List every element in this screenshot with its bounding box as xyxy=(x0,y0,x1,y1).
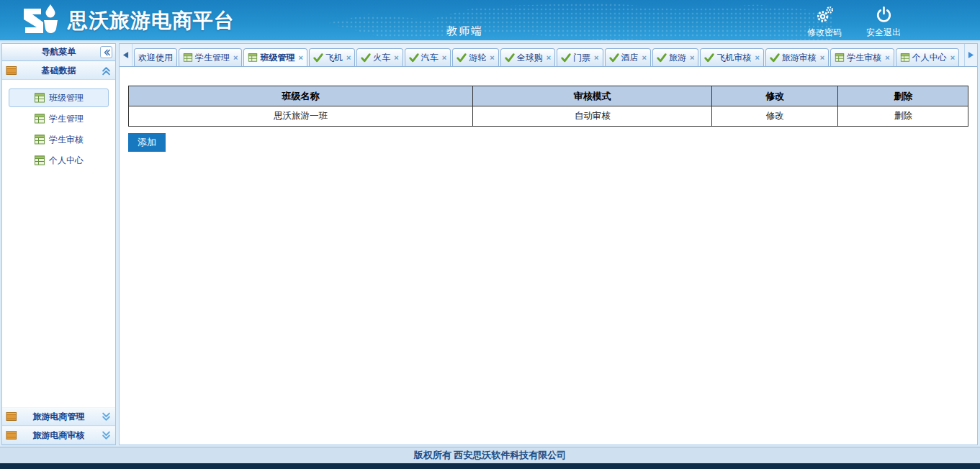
check-icon xyxy=(313,53,323,63)
table-icon xyxy=(34,92,45,104)
add-button[interactable]: 添加 xyxy=(128,133,166,152)
sidebar-collapse-button[interactable] xyxy=(100,46,112,58)
sidebar-section-basic-data[interactable]: 基础数据 xyxy=(2,61,115,80)
tab-global-shopping[interactable]: 全球购 × xyxy=(500,48,555,66)
table-icon xyxy=(248,53,258,63)
copyright-text: 版权所有 西安思沃软件科技有限公司 xyxy=(414,449,567,462)
section-label: 旅游电商管理 xyxy=(33,411,85,423)
tab-welcome[interactable]: 欢迎使用 xyxy=(134,48,177,66)
close-icon[interactable]: × xyxy=(442,53,446,62)
folder-icon xyxy=(6,65,17,76)
double-chevron-down-icon xyxy=(102,431,111,440)
edit-link[interactable]: 修改 xyxy=(712,106,838,127)
app-logo-icon xyxy=(22,4,62,38)
table-icon xyxy=(34,134,45,145)
tab-label: 欢迎使用 xyxy=(138,52,173,64)
sidebar-section-ecommerce-audit[interactable]: 旅游电商审核 xyxy=(2,426,115,445)
tab-flight[interactable]: 飞机 × xyxy=(309,48,355,66)
column-header-edit: 修改 xyxy=(712,86,838,106)
tab-travel-audit[interactable]: 旅游审核 × xyxy=(765,48,829,66)
tab-hotel[interactable]: 酒店 × xyxy=(605,48,651,66)
class-table: 班级名称 审核模式 修改 删除 思沃旅游一班 自动审核 修改 删除 xyxy=(128,86,968,127)
change-password-label: 修改密码 xyxy=(807,27,842,39)
table-icon xyxy=(835,53,845,63)
tab-scroll-left-button[interactable] xyxy=(120,44,132,66)
close-icon[interactable]: × xyxy=(490,53,494,62)
triangle-right-icon xyxy=(968,51,974,59)
double-chevron-up-icon xyxy=(102,66,111,76)
tab-scroll-right-button[interactable] xyxy=(964,44,977,66)
check-icon xyxy=(561,53,571,63)
close-icon[interactable]: × xyxy=(755,53,759,62)
folder-icon xyxy=(6,411,17,422)
column-header-audit-mode: 审核模式 xyxy=(473,86,712,106)
header-actions: 修改密码 安全退出 xyxy=(806,5,902,39)
table-icon xyxy=(183,53,193,63)
close-icon[interactable]: × xyxy=(885,53,889,62)
section-label: 基础数据 xyxy=(42,65,76,77)
content-panel: 欢迎使用 学生管理 × 班级管理 × 飞机 × xyxy=(119,43,978,445)
table-row: 思沃旅游一班 自动审核 修改 删除 xyxy=(129,106,968,127)
tab-label: 游轮 xyxy=(469,52,486,64)
class-management-view: 班级名称 审核模式 修改 删除 思沃旅游一班 自动审核 修改 删除 xyxy=(120,67,977,445)
check-icon xyxy=(457,53,467,63)
tab-car[interactable]: 汽车 × xyxy=(405,48,451,66)
close-icon[interactable]: × xyxy=(233,53,238,62)
sidebar-item-class-management[interactable]: 班级管理 xyxy=(9,88,109,107)
check-icon xyxy=(361,53,371,63)
sidebar-item-label: 班级管理 xyxy=(49,92,84,104)
tab-label: 火车 xyxy=(373,52,390,64)
close-icon[interactable]: × xyxy=(950,53,955,62)
tab-label: 旅游审核 xyxy=(782,52,817,64)
tab-cruise[interactable]: 游轮 × xyxy=(452,48,498,66)
logout-button[interactable]: 安全退出 xyxy=(865,5,902,39)
check-icon xyxy=(770,53,780,63)
check-icon xyxy=(409,53,419,63)
page: 思沃旅游电商平台 教师端 修改密码 安全退出 导航菜单 xyxy=(0,0,980,469)
change-password-button[interactable]: 修改密码 xyxy=(806,5,843,39)
tab-label: 飞机 xyxy=(325,52,343,64)
tab-label: 班级管理 xyxy=(260,52,295,64)
check-icon xyxy=(505,53,515,63)
tab-flight-audit[interactable]: 飞机审核 × xyxy=(700,48,763,66)
sidebar-title: 导航菜单 xyxy=(42,46,76,58)
power-icon xyxy=(874,5,894,24)
sidebar-item-student-management[interactable]: 学生管理 xyxy=(9,109,109,128)
sidebar-items: 班级管理 学生管理 学生审核 个人中心 xyxy=(2,80,115,174)
sidebar-item-label: 学生审核 xyxy=(49,134,84,146)
tab-label: 学生管理 xyxy=(195,52,230,64)
tab-tickets[interactable]: 门票 × xyxy=(557,48,603,66)
tab-label: 飞机审核 xyxy=(716,52,751,64)
tab-label: 酒店 xyxy=(621,52,639,64)
table-icon xyxy=(900,53,910,63)
tab-travel[interactable]: 旅游 × xyxy=(652,48,698,66)
table-icon xyxy=(34,155,45,166)
tab-personal-center[interactable]: 个人中心 × xyxy=(896,48,959,66)
close-icon[interactable]: × xyxy=(820,53,824,62)
close-icon[interactable]: × xyxy=(594,53,598,62)
folder-icon xyxy=(6,429,17,441)
tabs: 欢迎使用 学生管理 × 班级管理 × 飞机 × xyxy=(132,44,964,66)
tab-student-management[interactable]: 学生管理 × xyxy=(179,48,242,66)
tab-class-management[interactable]: 班级管理 × xyxy=(243,48,307,66)
close-icon[interactable]: × xyxy=(547,53,551,62)
sidebar-item-student-audit[interactable]: 学生审核 xyxy=(9,130,109,149)
tab-student-audit[interactable]: 学生审核 × xyxy=(830,48,894,66)
close-icon[interactable]: × xyxy=(690,53,694,62)
cell-class-name: 思沃旅游一班 xyxy=(129,106,473,127)
delete-link[interactable]: 删除 xyxy=(838,106,968,127)
tab-label: 门票 xyxy=(573,52,590,64)
close-icon[interactable]: × xyxy=(346,53,351,62)
column-header-class-name: 班级名称 xyxy=(129,86,473,106)
close-icon[interactable]: × xyxy=(298,53,302,62)
app-header: 思沃旅游电商平台 教师端 修改密码 安全退出 xyxy=(0,0,980,42)
tab-bar: 欢迎使用 学生管理 × 班级管理 × 飞机 × xyxy=(120,44,977,67)
sidebar: 导航菜单 基础数据 班级管理 学生管理 xyxy=(1,43,116,445)
close-icon[interactable]: × xyxy=(394,53,398,62)
gear-icon xyxy=(815,5,835,24)
sidebar-item-personal-center[interactable]: 个人中心 xyxy=(9,151,109,170)
sidebar-section-ecommerce-management[interactable]: 旅游电商管理 xyxy=(2,407,115,426)
tab-train[interactable]: 火车 × xyxy=(356,48,403,66)
close-icon[interactable]: × xyxy=(642,53,647,62)
table-icon xyxy=(34,113,45,124)
